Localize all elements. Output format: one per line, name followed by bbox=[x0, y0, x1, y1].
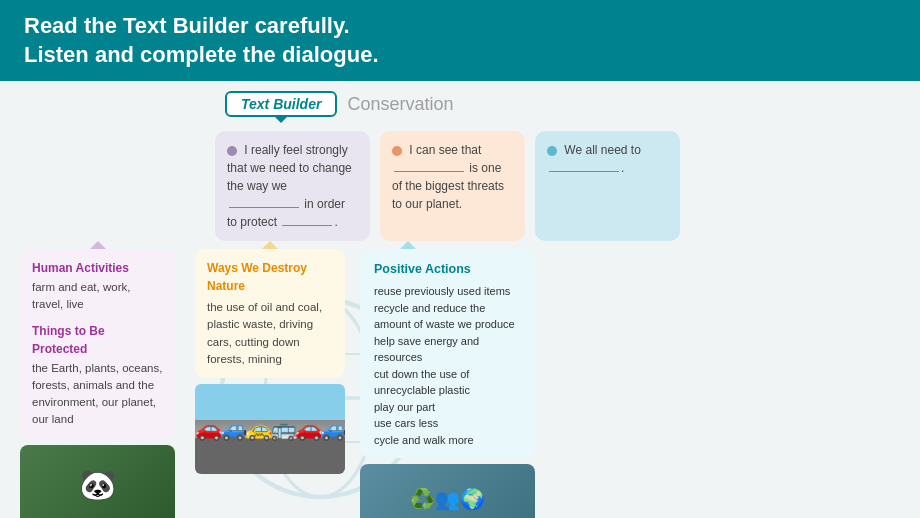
positive-item-3: help save energy and resources bbox=[374, 333, 521, 366]
bubble-card-1: I really feel strongly that we need to c… bbox=[215, 131, 370, 241]
human-card-arrow bbox=[90, 241, 106, 249]
cars-traffic-image: 🚗🚙🚕🚌🚗🚙 bbox=[195, 384, 345, 474]
panda-image: 🐼 bbox=[20, 445, 175, 518]
human-activities-items: farm and eat, work, travel, live bbox=[32, 279, 163, 314]
destroy-card-arrow bbox=[262, 241, 278, 249]
positive-actions-title: Positive Actions bbox=[374, 259, 521, 279]
bubble-icon-2 bbox=[392, 146, 402, 156]
blank-3[interactable] bbox=[394, 171, 464, 172]
tab-conservation[interactable]: Conservation bbox=[347, 94, 453, 115]
positive-item-2: recycle and reduce the amount of waste w… bbox=[374, 300, 521, 333]
left-column: Human Activities farm and eat, work, tra… bbox=[20, 249, 185, 518]
top-bubbles-row: I really feel strongly that we need to c… bbox=[215, 131, 900, 241]
ways-destroy-items: the use of oil and coal, plastic waste, … bbox=[207, 299, 333, 368]
positive-actions-card: Positive Actions reuse previously used i… bbox=[360, 249, 535, 458]
positive-card-arrow bbox=[400, 241, 416, 249]
right-column: Positive Actions reuse previously used i… bbox=[360, 249, 545, 518]
tab-bar: Text Builder Conservation bbox=[20, 91, 900, 117]
ways-destroy-title: Ways We Destroy Nature bbox=[207, 259, 333, 295]
header: Read the Text Builder carefully. Listen … bbox=[0, 0, 920, 81]
bubble-icon-1 bbox=[227, 146, 237, 156]
mid-column: Ways We Destroy Nature the use of oil an… bbox=[195, 249, 350, 474]
positive-item-4: cut down the use of unrecyclable plastic bbox=[374, 366, 521, 399]
blank-4[interactable] bbox=[549, 171, 619, 172]
ways-destroy-card: Ways We Destroy Nature the use of oil an… bbox=[195, 249, 345, 378]
bubble-card-3: We all need to . bbox=[535, 131, 680, 241]
human-activities-card: Human Activities farm and eat, work, tra… bbox=[20, 249, 175, 439]
recycling-image: ♻️👥🌍 bbox=[360, 464, 535, 518]
content-area: Text Builder Conservation I really feel … bbox=[0, 81, 920, 518]
positive-item-7: cycle and walk more bbox=[374, 432, 521, 449]
positive-item-1: reuse previously used items bbox=[374, 283, 521, 300]
bubble-icon-3 bbox=[547, 146, 557, 156]
bubble-card-2: I can see that is one of the biggest thr… bbox=[380, 131, 525, 241]
things-title: Things to Be Protected bbox=[32, 322, 163, 358]
things-items: the Earth, plants, oceans, forests, anim… bbox=[32, 360, 163, 429]
tab-text-builder[interactable]: Text Builder bbox=[225, 91, 337, 117]
blank-2[interactable] bbox=[282, 225, 332, 226]
human-activities-title: Human Activities bbox=[32, 259, 163, 277]
main-content-row: Human Activities farm and eat, work, tra… bbox=[20, 249, 900, 518]
blank-1[interactable] bbox=[229, 207, 299, 208]
positive-item-6: use cars less bbox=[374, 415, 521, 432]
positive-item-5: play our part bbox=[374, 399, 521, 416]
header-title: Read the Text Builder carefully. Listen … bbox=[24, 12, 896, 69]
